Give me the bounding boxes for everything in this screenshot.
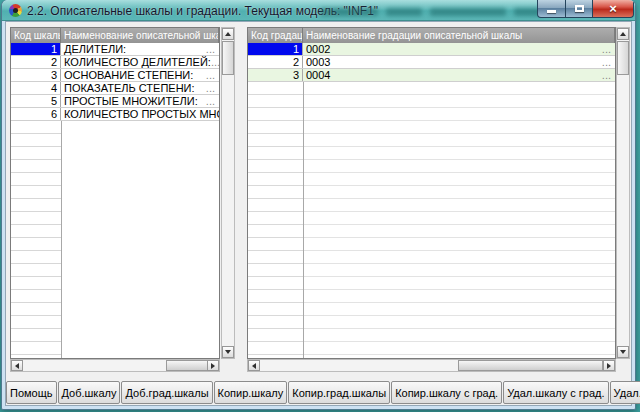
column-header-scale-code: Код шкалы (11, 28, 61, 43)
arrow-up-icon (620, 32, 626, 36)
toolbar-button-4[interactable]: Копир.шкалу (214, 381, 288, 404)
gradations-horizontal-scrollbar[interactable] (247, 359, 616, 372)
scroll-thumb[interactable] (617, 41, 629, 75)
scroll-left-button[interactable] (248, 360, 260, 371)
scale-row[interactable]: 4ПОКАЗАТЕЛЬ СТЕПЕНИ:... (11, 82, 219, 95)
toolbar: ПомощьДоб.шкалуДоб.град.шкалыКопир.шкалу… (6, 381, 633, 404)
name-cell[interactable]: 0002... (303, 43, 615, 55)
scroll-right-button[interactable] (207, 360, 219, 371)
empty-rows-ruling (248, 82, 304, 358)
scale-row[interactable]: 5ПРОСТЫЕ МНОЖИТЕЛИ:... (11, 95, 219, 108)
scroll-thumb[interactable] (458, 360, 603, 371)
code-cell[interactable]: 1 (248, 43, 303, 55)
window-controls: × (537, 0, 634, 18)
toolbar-button-3[interactable]: Доб.град.шкалы (121, 381, 212, 404)
toolbar-button-1[interactable]: Помощь (6, 381, 57, 404)
arrow-left-icon (15, 363, 19, 369)
scroll-up-button[interactable] (222, 28, 234, 40)
gradation-row[interactable]: 20003... (248, 56, 615, 69)
scroll-up-button[interactable] (617, 28, 629, 40)
scale-row[interactable]: 3ОСНОВАНИЕ СТЕПЕНИ:... (11, 69, 219, 82)
gradations-vertical-scrollbar[interactable] (616, 27, 630, 359)
toolbar-button-5[interactable]: Копир.град.шкалы (288, 381, 390, 404)
minimize-button[interactable] (537, 0, 566, 18)
code-cell[interactable]: 2 (11, 56, 61, 68)
code-cell[interactable]: 5 (11, 95, 61, 107)
name-cell[interactable]: ДЕЛИТЕЛИ:... (61, 43, 219, 55)
arrow-right-icon (607, 363, 611, 369)
scale-row[interactable]: 6КОЛИЧЕСТВО ПРОСТЫХ МНОЖИТЕЛЕЙ:... (11, 108, 219, 121)
toolbar-button-6[interactable]: Копир.шкалу с град. (391, 381, 502, 404)
name-cell[interactable]: ПОКАЗАТЕЛЬ СТЕПЕНИ:... (61, 82, 219, 94)
arrow-right-icon (211, 363, 215, 369)
scroll-right-button[interactable] (603, 360, 615, 371)
titlebar-blur-decoration (430, 8, 506, 16)
toolbar-button-7[interactable]: Удал.шкалу с град. (503, 381, 608, 404)
code-cell[interactable]: 1 (11, 43, 61, 55)
window-titlebar[interactable]: 2.2. Описательные шкалы и градации. Теку… (2, 0, 635, 21)
maximize-icon (575, 5, 584, 12)
column-header-scale-name: Наименование описательной шкалы (61, 28, 219, 43)
scroll-thumb[interactable] (166, 360, 208, 371)
gradations-grid-header: Код градации Наименование градации описа… (248, 28, 615, 43)
name-cell[interactable]: КОЛИЧЕСТВО ДЕЛИТЕЛЕЙ:... (61, 56, 219, 68)
minimize-icon (547, 10, 556, 13)
scales-grid-header: Код шкалы Наименование описательной шкал… (11, 28, 219, 43)
scroll-down-button[interactable] (222, 346, 234, 358)
name-cell[interactable]: 0003... (303, 56, 615, 68)
column-header-gradation-code: Код градации (248, 28, 303, 43)
scales-horizontal-scrollbar[interactable] (10, 359, 220, 372)
app-icon (9, 4, 22, 17)
close-button[interactable]: × (592, 0, 634, 18)
code-cell[interactable]: 2 (248, 56, 303, 68)
scroll-left-button[interactable] (11, 360, 23, 371)
arrow-up-icon (225, 32, 231, 36)
empty-rows-ruling (11, 121, 62, 358)
scales-grid: Код шкалы Наименование описательной шкал… (10, 27, 220, 359)
scroll-thumb[interactable] (222, 41, 234, 75)
gradation-row[interactable]: 30004... (248, 69, 615, 82)
scales-vertical-scrollbar[interactable] (221, 27, 235, 359)
titlebar-blur-decoration (386, 8, 422, 16)
toolbar-button-8[interactable]: Удал.град.шкалы (610, 381, 640, 404)
gradations-grid: Код градации Наименование градации описа… (247, 27, 616, 359)
code-cell[interactable]: 3 (248, 69, 303, 81)
name-cell[interactable]: ПРОСТЫЕ МНОЖИТЕЛИ:... (61, 95, 219, 107)
name-cell[interactable]: КОЛИЧЕСТВО ПРОСТЫХ МНОЖИТЕЛЕЙ:... (61, 108, 219, 120)
arrow-down-icon (225, 350, 231, 354)
name-cell[interactable]: 0004... (303, 69, 615, 81)
scale-row[interactable]: 1ДЕЛИТЕЛИ:... (11, 43, 219, 56)
code-cell[interactable]: 3 (11, 69, 61, 81)
column-header-gradation-name: Наименование градации описательной шкалы (303, 28, 615, 43)
name-cell[interactable]: ОСНОВАНИЕ СТЕПЕНИ:... (61, 69, 219, 81)
maximize-button[interactable] (566, 0, 592, 18)
scroll-down-button[interactable] (617, 346, 629, 358)
code-cell[interactable]: 4 (11, 82, 61, 94)
gradation-row[interactable]: 10002... (248, 43, 615, 56)
app-window: 2.2. Описательные шкалы и градации. Теку… (1, 0, 636, 410)
titlebar-blur-decoration (320, 8, 378, 16)
arrow-down-icon (620, 350, 626, 354)
code-cell[interactable]: 6 (11, 108, 61, 120)
close-icon: × (609, 1, 617, 17)
scale-row[interactable]: 2КОЛИЧЕСТВО ДЕЛИТЕЛЕЙ:... (11, 56, 219, 69)
arrow-left-icon (252, 363, 256, 369)
desktop-background: 2.2. Описательные шкалы и градации. Теку… (0, 0, 640, 412)
toolbar-button-2[interactable]: Доб.шкалу (58, 381, 121, 404)
